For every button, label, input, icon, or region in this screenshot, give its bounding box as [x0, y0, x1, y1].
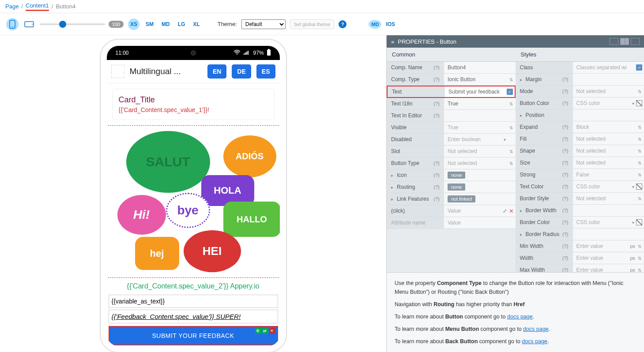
slider-thumb[interactable]: [59, 21, 66, 28]
speech-bubbles-image: SALUT ADIÓS HOLA Hi! bye HALLO hej HEI: [109, 127, 278, 277]
layout-other-icon[interactable]: [631, 38, 640, 45]
prop-row[interactable]: ▸Icon(?)none: [387, 169, 516, 181]
prop-row[interactable]: Fill(?)Not selected⇅: [516, 133, 644, 145]
styles-header: Styles: [516, 48, 644, 62]
battery-text: 97%: [253, 50, 264, 56]
variable-text[interactable]: {{variable_as_text}}: [109, 295, 278, 308]
prop-row[interactable]: Comp. Type(?)Ionic Button⇅: [387, 74, 516, 86]
prop-row[interactable]: VisibleTrue⇅: [387, 122, 516, 134]
prop-row[interactable]: DisabledEnter boolean▾: [387, 134, 516, 146]
docs-link-back[interactable]: docs page: [522, 338, 547, 345]
svg-point-3: [32, 24, 33, 25]
prop-row[interactable]: Width(?)Enter value⇅px: [516, 252, 644, 264]
prop-row[interactable]: Text I18n(?)True⇅: [387, 98, 516, 110]
green-text[interactable]: {{'Card_Content.spec_value_2'}} Appery.i…: [107, 278, 280, 295]
breadcrumb-content[interactable]: Content1: [26, 2, 49, 11]
prop-row[interactable]: Button Color(?)CSS color▾: [516, 97, 644, 109]
size-xs[interactable]: XS: [128, 19, 139, 30]
canvas-area: 11:00 97%: [0, 35, 386, 352]
phone-time: 11:00: [116, 50, 129, 56]
card-title: Card_Title: [119, 95, 268, 105]
device-phone-icon[interactable]: [6, 18, 19, 30]
prop-row[interactable]: Comp. Name(?)Button4: [387, 62, 516, 74]
badge-delete-icon[interactable]: ✕: [269, 328, 275, 334]
prop-row[interactable]: Attribute nameValue: [387, 217, 516, 229]
zoom-slider[interactable]: 100: [40, 21, 124, 28]
svg-rect-8: [248, 51, 249, 55]
prop-row[interactable]: (click)Value⤢✕: [387, 205, 516, 217]
collapse-icon[interactable]: »: [391, 38, 394, 45]
size-sm[interactable]: SM: [144, 20, 155, 29]
phone-status-bar: 11:00 97%: [107, 46, 280, 60]
prop-row[interactable]: ▸Routing(?)none: [387, 181, 516, 193]
prop-row[interactable]: Shape(?)Not selected⇅: [516, 145, 644, 157]
menu-placeholder[interactable]: [111, 65, 124, 78]
styles-column: ClassClasses separated wi⤢▸Margin(?)Mode…: [516, 62, 644, 272]
global-theme-button[interactable]: Set global theme: [290, 19, 335, 29]
prop-row[interactable]: ▸Border Radius(?): [516, 228, 644, 240]
lang-de-button[interactable]: DE: [232, 64, 251, 79]
prop-row[interactable]: ▸Position: [516, 109, 644, 121]
layout-single-icon[interactable]: [610, 38, 618, 45]
badge-2-icon[interactable]: ⇄: [262, 328, 268, 334]
help-text: Use the property Component Type to chang…: [387, 272, 644, 352]
prop-row[interactable]: Button Type(?)Not selected⇅: [387, 157, 516, 169]
docs-link-menu[interactable]: docs page: [523, 326, 549, 332]
prop-row[interactable]: Text Color(?)CSS color▾: [516, 181, 644, 193]
image-section[interactable]: SALUT ADIÓS HOLA Hi! bye HALLO hej HEI: [108, 125, 279, 278]
prop-row[interactable]: ▸Margin(?): [516, 74, 644, 86]
properties-panel: » PROPERTIES - Button Common Styles Comp…: [386, 35, 644, 352]
camera-icon: [191, 50, 196, 56]
theme-select[interactable]: Default: [241, 19, 286, 29]
lang-es-button[interactable]: ES: [256, 64, 275, 79]
prop-row[interactable]: Max Width(?)Enter value⇅px: [516, 264, 644, 272]
common-header: Common: [387, 48, 516, 62]
phone-frame: 11:00 97%: [101, 40, 286, 352]
app-title: Multilingual ...: [130, 67, 202, 76]
prop-row[interactable]: Text In Editor(?): [387, 110, 516, 122]
svg-point-4: [237, 54, 237, 55]
svg-rect-7: [246, 52, 247, 55]
signal-icon: [243, 50, 250, 56]
prop-row[interactable]: ▸Border Width(?): [516, 205, 644, 217]
prop-row[interactable]: ▸Link Features(?)not linked: [387, 193, 516, 205]
zoom-value: 100: [109, 21, 124, 28]
common-column: Comp. Name(?)Button4Comp. Type(?)Ionic B…: [387, 62, 516, 272]
breadcrumb: Page / Content1 / Button4: [0, 0, 644, 13]
prop-row[interactable]: Border Style(?)Not selected⇅: [516, 193, 644, 205]
feedback-text[interactable]: {{'Feedback_Content.spec_value'}} SUPER!: [109, 310, 278, 323]
toolbar: 100 XS SM MD LG XL Theme: Default Set gl…: [0, 13, 644, 35]
prop-row[interactable]: Size(?)Not selected⇅: [516, 157, 644, 169]
prop-row[interactable]: SlotNot selected⇅: [387, 146, 516, 157]
layout-columns-icon[interactable]: [620, 38, 629, 45]
svg-rect-10: [268, 49, 270, 50]
prop-row[interactable]: Min Width(?)Enter value⇅px: [516, 240, 644, 252]
battery-icon: [267, 49, 271, 57]
badge-1-icon[interactable]: ⚙: [255, 328, 261, 334]
platform-md[interactable]: MD: [369, 20, 381, 29]
prop-row[interactable]: Expand(?)Block⇅: [516, 121, 644, 133]
card-content: {{'Card_Content.spec_value_1'}}!: [119, 106, 268, 113]
properties-header: » PROPERTIES - Button: [387, 35, 644, 48]
card[interactable]: Card_Title {{'Card_Content.spec_value_1'…: [112, 89, 275, 120]
prop-row[interactable]: ClassClasses separated wi⤢: [516, 62, 644, 74]
size-md[interactable]: MD: [160, 20, 172, 29]
prop-row[interactable]: Strong(?)False⇅: [516, 169, 644, 181]
docs-link-button[interactable]: docs page: [507, 314, 533, 320]
theme-label: Theme:: [218, 21, 237, 27]
wifi-icon: [233, 50, 241, 56]
app-header: Multilingual ... EN DE ES: [107, 60, 280, 83]
submit-button[interactable]: SUBMIT YOUR FEEDBACK ⚙ ⇄ ✕: [109, 326, 278, 345]
help-icon[interactable]: ?: [339, 20, 346, 28]
size-lg[interactable]: LG: [176, 20, 187, 29]
breadcrumb-page[interactable]: Page: [5, 3, 19, 10]
device-tablet-icon[interactable]: [23, 18, 35, 30]
size-xl[interactable]: XL: [191, 20, 201, 29]
lang-en-button[interactable]: EN: [207, 64, 226, 79]
prop-row[interactable]: TextSubmit your feedback⤢: [387, 86, 516, 98]
prop-row[interactable]: Mode(?)Not selected⇅: [516, 86, 644, 97]
prop-row[interactable]: Border Color(?)CSS color▾: [516, 217, 644, 228]
svg-rect-6: [245, 52, 246, 55]
platform-ios[interactable]: IOS: [386, 21, 395, 27]
svg-rect-5: [244, 53, 245, 55]
